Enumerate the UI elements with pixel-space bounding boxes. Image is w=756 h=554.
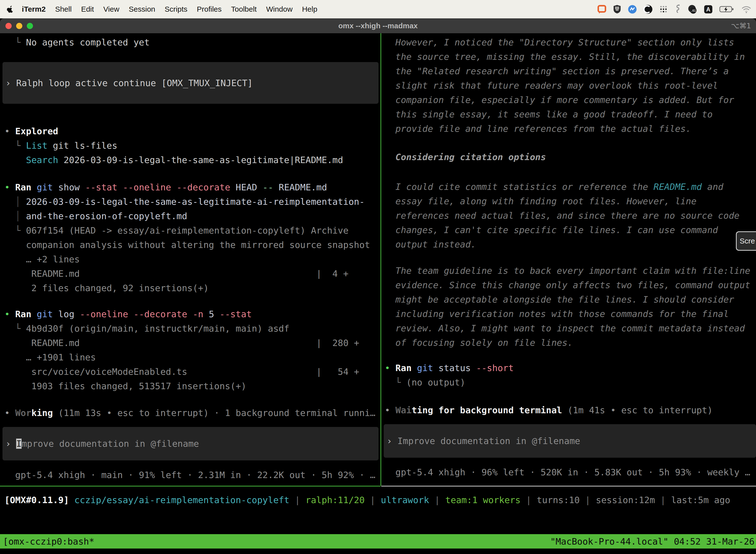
menu-item-help[interactable]: Help xyxy=(297,5,322,13)
close-window-button[interactable] xyxy=(5,23,12,29)
reasoning-line: provide file and line references from th… xyxy=(381,122,756,136)
git-show-output-line: companion analysis without altering the … xyxy=(0,238,380,252)
agents-status-line: └ No agents completed yet xyxy=(0,35,380,50)
terminal[interactable]: └ No agents completed yet› Ralph loop ac… xyxy=(0,33,756,554)
reasoning-line: companion file, especially if more comme… xyxy=(381,93,756,107)
reasoning-line: of focusing solely on file lines. xyxy=(381,336,756,350)
menu-item-shell[interactable]: Shell xyxy=(50,5,76,13)
git-log-stat-line: README.md | 280 + xyxy=(0,336,380,350)
menu-item-edit[interactable]: Edit xyxy=(76,5,99,13)
window-title: omx --xhigh --madmax xyxy=(338,21,418,30)
k-circle-icon[interactable] xyxy=(643,5,652,14)
explored-header: • Explored xyxy=(0,124,380,138)
zoom-window-button[interactable] xyxy=(27,23,33,29)
menu-item-view[interactable]: View xyxy=(99,5,124,13)
screen: iTerm2ShellEditViewSessionScriptsProfile… xyxy=(0,0,756,554)
tmux-host-clock: "MacBook-Pro-44.local" 04:52 31-Mar-26 xyxy=(550,536,755,547)
tmux-pane-right[interactable]: However, I noticed the "Directory Struct… xyxy=(381,33,756,486)
shield-grid-icon[interactable] xyxy=(613,4,621,14)
model-status-line: gpt-5.4 xhigh · main · 91% left · 2.31M … xyxy=(0,468,380,482)
reasoning-line: the "Related research writing" section i… xyxy=(381,64,756,78)
omx-status-line: [OMX#0.11.9] cczip/essay/ai-reimplementa… xyxy=(4,493,730,507)
menu-item-iterm2[interactable]: iTerm2 xyxy=(17,5,50,13)
svg-text:..61: ..61 xyxy=(691,9,696,12)
sync-badge-icon[interactable] xyxy=(628,5,637,14)
waiting-status-line: • Waiting for background terminal (1m 41… xyxy=(381,403,756,418)
window-shortcut-badge: ⌥⌘1 xyxy=(731,18,751,33)
cmd-git-log: • Ran git log --oneline --decorate -n 5 … xyxy=(0,307,380,321)
apple-menu-icon[interactable] xyxy=(0,5,17,13)
reasoning-line: I could cite commit statistics or refere… xyxy=(381,180,756,194)
reasoning-line: evidence. Since this change only affects… xyxy=(381,278,756,292)
cmd-arg-wrap-line: │ 2026-03-09-is-legal-the-same-as-legiti… xyxy=(0,195,380,209)
keyboard-a-icon[interactable]: A xyxy=(704,5,713,14)
count-badge-icon[interactable]: ..61 xyxy=(687,4,697,14)
menu-bar-status-icons: ..61A xyxy=(597,4,756,14)
git-log-stat-line: 1903 files changed, 513517 insertions(+) xyxy=(0,379,380,393)
menu-items: iTerm2ShellEditViewSessionScriptsProfile… xyxy=(17,5,322,13)
screenshot-overlay-button[interactable]: Scre xyxy=(736,231,756,251)
explored-search-line: Search 2026-03-09-is-legal-the-same-as-l… xyxy=(0,153,380,167)
dots-grid-icon[interactable] xyxy=(659,5,668,14)
inactive-pane-bottom-border xyxy=(381,486,756,487)
git-log-stat-line: src/voice/voiceModeEnabled.ts | 54 + xyxy=(0,365,380,379)
reasoning-line: output instead. xyxy=(381,237,756,252)
menu-item-window[interactable]: Window xyxy=(261,5,297,13)
window-title-bar[interactable]: omx --xhigh --madmax ⌥⌘1 xyxy=(0,18,756,33)
dragon-icon[interactable] xyxy=(674,4,681,14)
tmux-status-bar: [omx-cczip0:bash* "MacBook-Pro-44.local"… xyxy=(0,534,756,549)
cmd-arg-wrap-line: │ and-the-erosion-of-copyleft.md xyxy=(0,209,380,223)
macos-menu-bar: iTerm2ShellEditViewSessionScriptsProfile… xyxy=(0,0,756,18)
svg-text:A: A xyxy=(706,6,710,13)
ralph-loop-banner[interactable]: › Ralph loop active continue [OMX_TMUX_I… xyxy=(2,62,378,104)
screen-recording-icon[interactable] xyxy=(597,5,607,14)
prompt-input-box[interactable]: › Improve documentation in @filename xyxy=(384,424,756,458)
reasoning-line: might be acceptable alongside the file l… xyxy=(381,292,756,307)
git-status-output-line: └ (no output) xyxy=(381,375,756,390)
git-show-output-line: └ 067f154 (HEAD -> essay/ai-reimplementa… xyxy=(0,223,380,238)
tmux-pane-left[interactable]: └ No agents completed yet› Ralph loop ac… xyxy=(0,33,380,486)
reasoning-line: slight risk that future readers may over… xyxy=(381,78,756,93)
battery-icon[interactable] xyxy=(719,5,735,13)
menu-item-profiles[interactable]: Profiles xyxy=(192,5,226,13)
menu-item-scripts[interactable]: Scripts xyxy=(160,5,192,13)
reasoning-line: However, I noticed the "Directory Struct… xyxy=(381,35,756,50)
git-show-stat-line: 2 files changed, 92 insertions(+) xyxy=(0,281,380,295)
reasoning-line: essay file, along with finding root file… xyxy=(381,194,756,209)
reasoning-heading: Considering citation options xyxy=(381,150,756,164)
git-log-output-line: └ 4b9d30f (origin/main, instructkr/main,… xyxy=(0,321,380,336)
prompt-input-box[interactable]: › Improve documentation in @filename xyxy=(2,427,378,460)
git-show-stat-line: README.md | 4 + xyxy=(0,267,380,281)
tmux-session-label: [omx-cczip0:bash* xyxy=(3,536,94,547)
git-log-output-line: … +1901 lines xyxy=(0,350,380,365)
reasoning-line: review. Also, I might want to inspect th… xyxy=(381,321,756,336)
explored-list-line: └ List git ls-files xyxy=(0,138,380,153)
reasoning-line: references need actual files, and since … xyxy=(381,209,756,223)
cmd-git-show: • Ran git show --stat --oneline --decora… xyxy=(0,180,380,195)
model-status-line: gpt-5.4 xhigh · 96% left · 520K in · 5.8… xyxy=(381,465,756,480)
reasoning-line: including verification notes with those … xyxy=(381,307,756,321)
cmd-git-status: • Ran git status --short xyxy=(381,361,756,375)
menu-item-session[interactable]: Session xyxy=(124,5,160,13)
window-controls xyxy=(5,18,33,33)
wifi-icon[interactable] xyxy=(741,5,752,13)
reasoning-line: The team guideline is to back every impo… xyxy=(381,264,756,278)
git-show-output-line: … +2 lines xyxy=(0,252,380,267)
active-pane-bottom-border xyxy=(0,486,380,487)
reasoning-line: the source tree, missing the essay. Stil… xyxy=(381,50,756,64)
reasoning-line: changes, I can't cite specific file line… xyxy=(381,223,756,237)
menu-item-toolbelt[interactable]: Toolbelt xyxy=(227,5,261,13)
minimize-window-button[interactable] xyxy=(16,23,22,29)
working-status-line: • Working (11m 13s • esc to interrupt) ·… xyxy=(0,406,380,420)
reasoning-line: this single essay, it seems like a good … xyxy=(381,107,756,122)
